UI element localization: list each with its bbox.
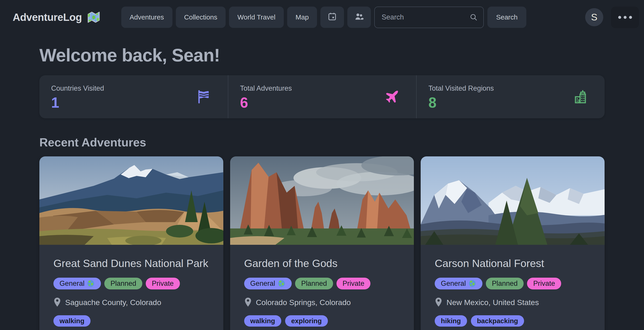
tag-pill: exploring [285, 315, 328, 326]
search-button[interactable]: Search [488, 7, 526, 28]
card-title: Garden of the Gods [244, 256, 400, 271]
adventure-card-garden-of-the-gods[interactable]: Garden of the Gods General [230, 156, 414, 330]
top-navbar: AdventureLog Adventures Collections Worl… [0, 0, 644, 35]
badge-general: General [244, 278, 292, 289]
badge-row: General Planned [244, 278, 400, 289]
badge-private: Private [336, 278, 370, 289]
tag-pill: backpacking [471, 315, 524, 326]
sand-dunes-photo [39, 156, 223, 245]
ellipsis-icon [618, 16, 632, 19]
location-pin-icon [54, 297, 61, 308]
tag-pill: hiking [435, 315, 467, 326]
tag-row: walking [54, 315, 209, 326]
location-row: Colorado Springs, Colorado [244, 297, 400, 308]
badge-planned: Planned [486, 278, 524, 289]
location-row: Saguache County, Colorado [54, 297, 209, 308]
nav-collections-button[interactable]: Collections [176, 7, 226, 28]
location-text: Saguache County, Colorado [65, 298, 161, 307]
tag-pill: walking [244, 315, 281, 326]
nav-world-travel-button[interactable]: World Travel [229, 7, 284, 28]
map-icon [86, 10, 100, 24]
stat-countries-visited: Countries Visited 1 [39, 75, 228, 118]
badge-planned: Planned [295, 278, 333, 289]
buildings-icon [572, 89, 588, 105]
card-title: Great Sand Dunes National Park [54, 256, 209, 271]
users-button[interactable] [347, 7, 371, 28]
recent-adventures-heading: Recent Adventures [39, 135, 605, 149]
calendar-icon [327, 12, 337, 23]
navbar-right: S [585, 7, 639, 28]
avatar-initial: S [591, 12, 598, 23]
red-rock-spires-photo [230, 156, 414, 245]
welcome-heading: Welcome back, Sean! [39, 45, 605, 66]
location-text: Colorado Springs, Colorado [256, 298, 351, 307]
globe-icon [87, 279, 95, 288]
badge-private: Private [527, 278, 561, 289]
location-row: New Mexico, United States [435, 297, 590, 308]
stat-total-visited-regions: Total Visited Regions 8 [416, 75, 605, 118]
location-pin-icon [244, 297, 252, 308]
stats-panel: Countries Visited 1 Total Adventures 6 [39, 75, 605, 118]
primary-nav: Adventures Collections World Travel Map [121, 7, 371, 28]
adventure-card-carson-national-forest[interactable]: Carson National Forest General [421, 156, 605, 330]
app-title: AdventureLog [13, 11, 82, 23]
location-pin-icon [435, 297, 442, 308]
avatar[interactable]: S [585, 8, 603, 26]
calendar-button[interactable] [320, 7, 344, 28]
tag-row: walking exploring [244, 315, 400, 326]
search-field-wrap [374, 7, 484, 28]
adventure-card-great-sand-dunes[interactable]: Great Sand Dunes National Park General [39, 156, 223, 330]
badge-row: General Planned [435, 278, 590, 289]
badge-general: General [435, 278, 482, 289]
card-body: Great Sand Dunes National Park General [39, 245, 223, 330]
snowy-mountains-photo [421, 156, 605, 245]
main-content: Welcome back, Sean! Countries Visited 1 … [0, 45, 644, 330]
stat-value: 6 [240, 94, 404, 111]
tag-row: hiking backpacking [435, 315, 590, 326]
stat-label: Total Visited Regions [428, 84, 592, 92]
globe-icon [278, 279, 286, 288]
search-input[interactable] [374, 7, 484, 28]
stat-value: 1 [51, 94, 215, 111]
location-text: New Mexico, United States [446, 298, 539, 307]
nav-map-button[interactable]: Map [287, 7, 317, 28]
plane-icon [384, 89, 400, 105]
card-body: Carson National Forest General [421, 245, 605, 330]
stat-value: 8 [428, 94, 592, 111]
badge-general: General [54, 278, 101, 289]
stat-label: Total Adventures [240, 84, 404, 92]
stat-total-adventures: Total Adventures 6 [228, 75, 416, 118]
globe-icon [468, 279, 476, 288]
badge-private: Private [146, 278, 180, 289]
users-icon [354, 12, 364, 23]
badge-planned: Planned [104, 278, 142, 289]
stat-label: Countries Visited [51, 84, 215, 92]
app-logo[interactable]: AdventureLog [13, 10, 100, 24]
card-body: Garden of the Gods General [230, 245, 414, 330]
nav-adventures-button[interactable]: Adventures [121, 7, 172, 28]
tag-pill: walking [54, 315, 90, 326]
flag-icon [196, 89, 212, 105]
card-title: Carson National Forest [435, 256, 590, 271]
adventure-cards: Great Sand Dunes National Park General [39, 156, 605, 330]
overflow-menu-button[interactable] [611, 7, 639, 28]
badge-row: General Planned [54, 278, 209, 289]
